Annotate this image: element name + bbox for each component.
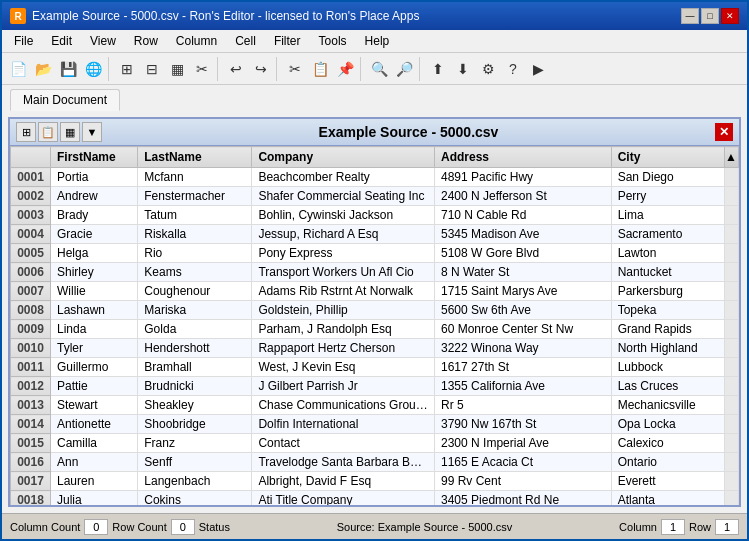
cell-city[interactable]: Nantucket <box>611 263 724 282</box>
cell-address[interactable]: 3405 Piedmont Rd Ne <box>435 491 612 506</box>
copy-button[interactable]: 📋 <box>308 57 332 81</box>
cell-company[interactable]: Shafer Commercial Seating Inc <box>252 187 435 206</box>
table-row[interactable]: 0018JuliaCokinsAti Title Company3405 Pie… <box>11 491 739 506</box>
cell-last[interactable]: Mariska <box>138 301 252 320</box>
cell-city[interactable]: Sacramento <box>611 225 724 244</box>
table-container[interactable]: FirstName LastName Company Address City … <box>10 146 739 505</box>
cell-address[interactable]: 60 Monroe Center St Nw <box>435 320 612 339</box>
cell-first[interactable]: Willie <box>51 282 138 301</box>
open-button[interactable]: 📂 <box>31 57 55 81</box>
help-button[interactable]: ? <box>501 57 525 81</box>
cell-first[interactable]: Camilla <box>51 434 138 453</box>
undo-button[interactable]: ↩ <box>224 57 248 81</box>
cell-address[interactable]: 1355 California Ave <box>435 377 612 396</box>
cell-company[interactable]: Rappaport Hertz Cherson <box>252 339 435 358</box>
cell-city[interactable]: Ontario <box>611 453 724 472</box>
cell-company[interactable]: Bohlin, Cywinski Jackson <box>252 206 435 225</box>
cell-last[interactable]: Langenbach <box>138 472 252 491</box>
table-row[interactable]: 0013StewartSheakleyChase Communications … <box>11 396 739 415</box>
table-row[interactable]: 0004GracieRiskallaJessup, Richard A Esq5… <box>11 225 739 244</box>
grid2-button[interactable]: ⊟ <box>140 57 164 81</box>
menu-item-tools[interactable]: Tools <box>311 32 355 50</box>
table-row[interactable]: 0001PortiaMcfannBeachcomber Realty4891 P… <box>11 168 739 187</box>
col-header-lastname[interactable]: LastName <box>138 147 252 168</box>
cell-address[interactable]: 1165 E Acacia Ct <box>435 453 612 472</box>
import-button[interactable]: ⬆ <box>426 57 450 81</box>
cell-address[interactable]: 1715 Saint Marys Ave <box>435 282 612 301</box>
main-document-tab[interactable]: Main Document <box>10 89 120 111</box>
cell-company[interactable]: Chase Communications Group Ltd <box>252 396 435 415</box>
cell-company[interactable]: Contact <box>252 434 435 453</box>
web-button[interactable]: 🌐 <box>81 57 105 81</box>
cell-address[interactable]: 99 Rv Cent <box>435 472 612 491</box>
menu-item-file[interactable]: File <box>6 32 41 50</box>
cell-last[interactable]: Fenstermacher <box>138 187 252 206</box>
cell-city[interactable]: Lawton <box>611 244 724 263</box>
cell-last[interactable]: Franz <box>138 434 252 453</box>
panel-dropdown-btn[interactable]: ▼ <box>82 122 102 142</box>
col-header-firstname[interactable]: FirstName <box>51 147 138 168</box>
redo-button[interactable]: ↪ <box>249 57 273 81</box>
cell-address[interactable]: 2400 N Jefferson St <box>435 187 612 206</box>
maximize-button[interactable]: □ <box>701 8 719 24</box>
table-row[interactable]: 0012PattieBrudnickiJ Gilbert Parrish Jr1… <box>11 377 739 396</box>
cell-first[interactable]: Gracie <box>51 225 138 244</box>
table-row[interactable]: 0002AndrewFenstermacherShafer Commercial… <box>11 187 739 206</box>
cell-city[interactable]: Perry <box>611 187 724 206</box>
paste-button[interactable]: 📌 <box>333 57 357 81</box>
cell-city[interactable]: Grand Rapids <box>611 320 724 339</box>
cell-company[interactable]: Albright, David F Esq <box>252 472 435 491</box>
search-button[interactable]: 🔍 <box>367 57 391 81</box>
cell-address[interactable]: 5600 Sw 6th Ave <box>435 301 612 320</box>
cell-last[interactable]: Brudnicki <box>138 377 252 396</box>
cell-last[interactable]: Coughenour <box>138 282 252 301</box>
cut-button[interactable]: ✂ <box>283 57 307 81</box>
cell-first[interactable]: Brady <box>51 206 138 225</box>
cell-city[interactable]: Las Cruces <box>611 377 724 396</box>
cell-address[interactable]: 5345 Madison Ave <box>435 225 612 244</box>
extra-button[interactable]: ▶ <box>526 57 550 81</box>
cell-city[interactable]: Everett <box>611 472 724 491</box>
cell-first[interactable]: Guillermo <box>51 358 138 377</box>
cell-city[interactable]: Parkersburg <box>611 282 724 301</box>
cell-company[interactable]: J Gilbert Parrish Jr <box>252 377 435 396</box>
menu-item-view[interactable]: View <box>82 32 124 50</box>
table-row[interactable]: 0017LaurenLangenbachAlbright, David F Es… <box>11 472 739 491</box>
col-header-city[interactable]: City <box>611 147 724 168</box>
cell-last[interactable]: Cokins <box>138 491 252 506</box>
table-row[interactable]: 0007WillieCoughenourAdams Rib Rstrnt At … <box>11 282 739 301</box>
cell-city[interactable]: Topeka <box>611 301 724 320</box>
cell-first[interactable]: Lashawn <box>51 301 138 320</box>
cell-city[interactable]: Lima <box>611 206 724 225</box>
table-row[interactable]: 0015CamillaFranzContact2300 N Imperial A… <box>11 434 739 453</box>
grid3-button[interactable]: ▦ <box>165 57 189 81</box>
save-button[interactable]: 💾 <box>56 57 80 81</box>
panel-btn-2[interactable]: 📋 <box>38 122 58 142</box>
cell-first[interactable]: Helga <box>51 244 138 263</box>
table-row[interactable]: 0005HelgaRioPony Express5108 W Gore Blvd… <box>11 244 739 263</box>
table-row[interactable]: 0006ShirleyKeamsTransport Workers Un Afl… <box>11 263 739 282</box>
cell-company[interactable]: West, J Kevin Esq <box>252 358 435 377</box>
cell-company[interactable]: Jessup, Richard A Esq <box>252 225 435 244</box>
cell-first[interactable]: Linda <box>51 320 138 339</box>
cell-city[interactable]: Mechanicsville <box>611 396 724 415</box>
table-row[interactable]: 0008LashawnMariskaGoldstein, Phillip5600… <box>11 301 739 320</box>
table-row[interactable]: 0003BradyTatumBohlin, Cywinski Jackson71… <box>11 206 739 225</box>
grid1-button[interactable]: ⊞ <box>115 57 139 81</box>
panel-close-button[interactable]: ✕ <box>715 123 733 141</box>
cell-address[interactable]: 3790 Nw 167th St <box>435 415 612 434</box>
cell-company[interactable]: Beachcomber Realty <box>252 168 435 187</box>
cell-last[interactable]: Hendershott <box>138 339 252 358</box>
table-row[interactable]: 0009LindaGoldaParham, J Randolph Esq60 M… <box>11 320 739 339</box>
cell-address[interactable]: 8 N Water St <box>435 263 612 282</box>
cell-company[interactable]: Travelodge Santa Barbara Beach <box>252 453 435 472</box>
cell-first[interactable]: Pattie <box>51 377 138 396</box>
cell-first[interactable]: Portia <box>51 168 138 187</box>
table-row[interactable]: 0011GuillermoBramhallWest, J Kevin Esq16… <box>11 358 739 377</box>
cell-city[interactable]: Lubbock <box>611 358 724 377</box>
settings-button[interactable]: ⚙ <box>476 57 500 81</box>
cell-company[interactable]: Transport Workers Un Afl Cio <box>252 263 435 282</box>
panel-btn-3[interactable]: ▦ <box>60 122 80 142</box>
cell-city[interactable]: North Highland <box>611 339 724 358</box>
cell-last[interactable]: Sheakley <box>138 396 252 415</box>
